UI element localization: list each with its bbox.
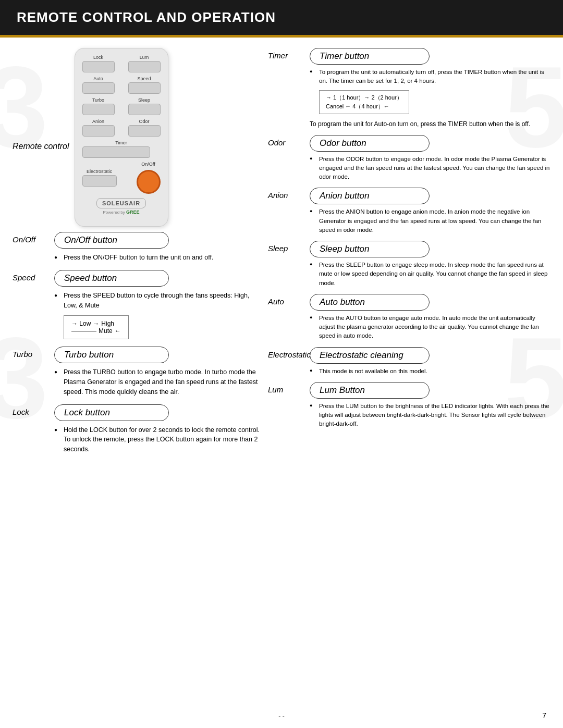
onoff-remote-btn[interactable] [137,170,161,194]
remote-label: Remote control [13,48,69,151]
speed-box: Speed button Press the SPEED button to c… [54,270,263,340]
section-onoff: On/Off On/Off button Press the ON/OFF bu… [13,232,263,263]
section-sleep: Sleep Sleep button Press the SLEEP butto… [268,241,550,288]
timer-remote-btn[interactable] [82,146,150,158]
remote-control-device: Lock Lum Auto Speed [75,48,168,227]
turbo-remote-btn[interactable] [82,104,115,115]
lum-box: Lum Button Press the LUM button to the b… [310,382,550,429]
page-header: REMOTE CONTROL AND OPERATION [0,0,563,36]
main-content: Remote control Lock Lum [0,38,563,472]
electrostatic-group: Electrostatic [82,169,117,187]
anion-remote-btn[interactable] [82,125,115,137]
right-column: Timer Timer button To program the unit t… [268,48,550,462]
speed-remote-btn[interactable] [128,82,161,94]
speed-group: Speed [128,76,161,94]
auto-group: Auto [82,76,115,94]
left-column: Remote control Lock Lum [13,48,263,462]
anion-group: Anion [82,119,115,137]
remote-row-lock-lum: Lock Lum [82,55,161,72]
brand-area: SOLEUSAIR Powered by GREE [82,198,161,215]
electrostatic-box: Electrostatic cleaning This mode is not … [310,347,550,376]
sleep-box: Sleep button Press the SLEEP button to e… [310,241,550,288]
remote-area: Remote control Lock Lum [13,48,263,227]
timer-extra: To program the unit for Auto-on turn on,… [310,119,550,129]
remote-row-electrostatic-onoff: Electrostatic On/Off [82,162,161,194]
timer-box: Timer button To program the unit to auto… [310,48,550,129]
turbo-box: Turbo button Press the TURBO button to e… [54,347,263,397]
timer-row1: → 1（1 hour）→ 2（2 hour） [326,94,402,102]
section-electrostatic: Electrostatic Electrostatic cleaning Thi… [268,347,550,376]
speed-diagram: → Low → High ———— Mute ← [64,315,129,339]
onoff-group: On/Off [137,162,161,194]
section-speed: Speed Speed button Press the SPEED butto… [13,270,263,340]
onoff-box: On/Off button Press the ON/OFF button to… [54,232,263,263]
page-title: REMOTE CONTROL AND OPERATION [17,9,546,26]
auto-remote-btn[interactable] [82,82,115,94]
auto-box: Auto button Press the AUTO button to eng… [310,294,550,341]
odor-group: Odor [128,119,161,137]
lock-remote-btn[interactable] [82,61,115,72]
section-lock: Lock Lock button Hold the LOCK button fo… [13,404,263,454]
anion-box: Anion button Press the ANION button to e… [310,188,550,235]
section-lum: Lum Lum Button Press the LUM button to t… [268,382,550,429]
lock-group: Lock [82,55,115,72]
speed-row1: → Low → High [71,320,121,327]
section-turbo: Turbo Turbo button Press the TURBO butto… [13,347,263,397]
section-auto: Auto Auto button Press the AUTO button t… [268,294,550,341]
page-footer: - - [0,712,563,720]
timer-diagram: → 1（1 hour）→ 2（2 hour） Cancel ← 4（4 hour… [319,90,409,114]
remote-row-anion-odor: Anion Odor [82,119,161,137]
section-odor: Odor Odor button Press the ODOR button t… [268,135,550,182]
timer-row2: Cancel ← 4（4 hour）← [326,103,402,110]
timer-row: Timer [82,140,161,158]
remote-row-auto-speed: Auto Speed [82,76,161,94]
odor-box: Odor button Press the ODOR button to eng… [310,135,550,182]
section-anion: Anion Anion button Press the ANION butto… [268,188,550,235]
odor-remote-btn[interactable] [128,125,161,137]
speed-row2: ———— Mute ← [71,327,121,335]
lum-remote-btn[interactable] [128,61,161,72]
sleep-remote-btn[interactable] [128,104,161,115]
lock-box: Lock button Hold the LOCK button for ove… [54,404,263,454]
lum-group: Lum [128,55,161,72]
sleep-group: Sleep [128,97,161,115]
section-timer: Timer Timer button To program the unit t… [268,48,550,129]
electrostatic-remote-btn[interactable] [82,175,117,187]
turbo-group: Turbo [82,97,115,115]
page-number: 7 [542,711,546,720]
remote-row-turbo-sleep: Turbo Sleep [82,97,161,115]
